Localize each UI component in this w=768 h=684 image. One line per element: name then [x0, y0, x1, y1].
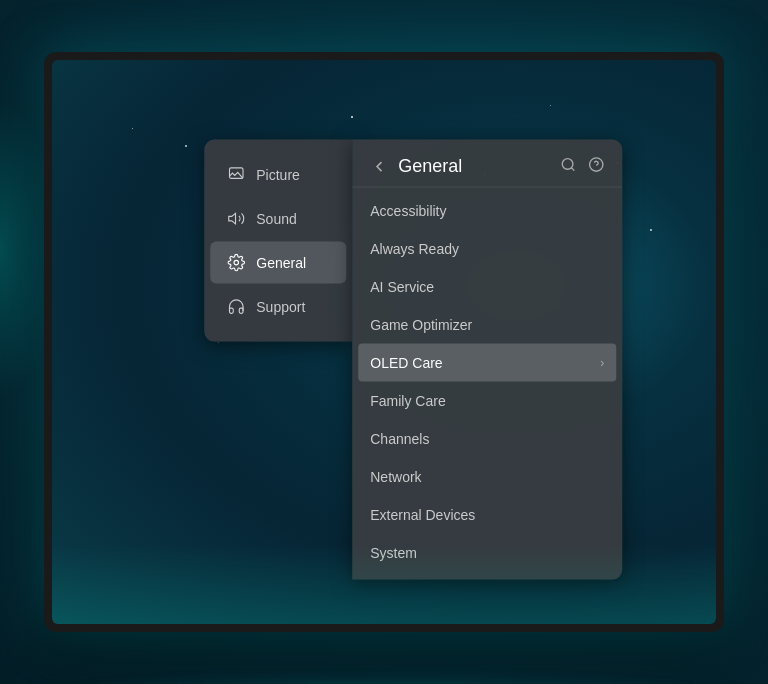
sidebar-item-support[interactable]: Support	[210, 286, 346, 328]
svg-point-2	[234, 260, 239, 265]
panel-item-channels[interactable]: Channels	[352, 420, 622, 458]
general-icon	[226, 253, 246, 273]
sidebar-label-picture: Picture	[256, 167, 300, 183]
svg-point-3	[562, 158, 573, 169]
panel-list: Accessibility Always Ready AI Service Ga…	[352, 188, 622, 576]
panel-item-network[interactable]: Network	[352, 458, 622, 496]
panel-item-ai-service[interactable]: AI Service	[352, 268, 622, 306]
glow-bottom	[52, 544, 716, 624]
panel-item-accessibility[interactable]: Accessibility	[352, 192, 622, 230]
tv-screen: Picture Sound General	[52, 60, 716, 624]
panel-item-family-care[interactable]: Family Care	[352, 382, 622, 420]
sidebar-item-sound[interactable]: Sound	[210, 198, 346, 240]
sidebar-menu: Picture Sound General	[204, 140, 352, 342]
sidebar-label-general: General	[256, 255, 306, 271]
sidebar-label-support: Support	[256, 299, 305, 315]
right-panel: General Accessibility	[352, 140, 622, 580]
chevron-right-icon: ›	[600, 356, 604, 370]
sound-icon	[226, 209, 246, 229]
back-button[interactable]	[370, 157, 388, 175]
svg-marker-1	[229, 213, 236, 224]
panel-item-game-optimizer[interactable]: Game Optimizer	[352, 306, 622, 344]
tv-frame: Picture Sound General	[44, 52, 724, 632]
panel-title: General	[398, 156, 462, 177]
sidebar-item-general[interactable]: General	[210, 242, 346, 284]
panel-item-always-ready[interactable]: Always Ready	[352, 230, 622, 268]
panel-header: General	[352, 140, 622, 188]
svg-line-4	[571, 167, 574, 170]
sidebar-label-sound: Sound	[256, 211, 296, 227]
help-icon[interactable]	[588, 156, 604, 176]
panel-item-oled-care[interactable]: OLED Care ›	[358, 344, 616, 382]
support-icon	[226, 297, 246, 317]
menu-container: Picture Sound General	[204, 140, 622, 580]
search-icon[interactable]	[560, 156, 576, 176]
sidebar-item-picture[interactable]: Picture	[210, 154, 346, 196]
picture-icon	[226, 165, 246, 185]
panel-title-row: General	[370, 156, 462, 177]
panel-item-external-devices[interactable]: External Devices	[352, 496, 622, 534]
panel-actions	[560, 156, 604, 176]
